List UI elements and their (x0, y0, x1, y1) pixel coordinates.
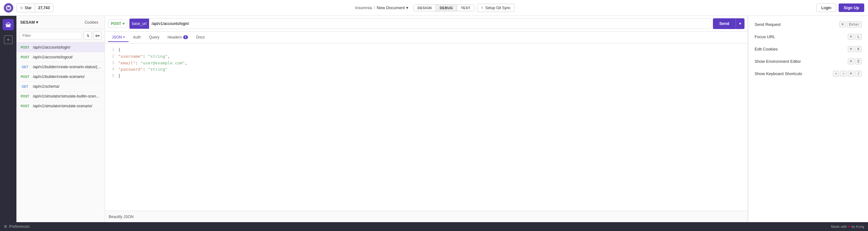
send-button-group: Send ▾ (713, 18, 744, 29)
chevron-down-icon: ▾ (406, 5, 408, 10)
svg-rect-3 (6, 24, 10, 27)
request-path: /api/v1/simulator/simulate-builtin-scena… (33, 94, 101, 98)
method-badge: POST (20, 56, 30, 59)
signup-button[interactable]: Sign Up (839, 3, 864, 12)
preferences-label: Preferences (9, 224, 30, 229)
made-with: Made with ♥ by Kong (831, 225, 864, 229)
list-item[interactable]: POST /api/v1/simulator/simulate-builtin-… (17, 92, 104, 101)
shortcut-keys: ⌘Enter (839, 22, 862, 28)
chevron-down-icon: ▾ (123, 22, 124, 26)
key-badge: K (855, 46, 862, 52)
git-sync-button[interactable]: ⑂ Setup Git Sync (477, 4, 515, 12)
shortcut-label: Focus URL (754, 34, 775, 39)
line-number: 4 (109, 66, 114, 73)
key-badge: Enter (847, 22, 862, 28)
star-btn-label[interactable]: ☆ Star (17, 4, 35, 12)
shortcuts-panel: Send Request ⌘Enter Focus URL ⌘L Edit Co… (748, 16, 868, 222)
method-badge: POST (20, 95, 30, 98)
chevron-down-icon: ▾ (98, 34, 100, 38)
collection-name[interactable]: SESAM ▾ (20, 20, 38, 25)
send-button[interactable]: Send (713, 18, 736, 29)
tab-design[interactable]: DESIGN (414, 5, 436, 11)
request-path: /api/v1/builder/create-scenario-status/{… (33, 65, 101, 69)
logo[interactable] (4, 3, 13, 12)
code-content: { (118, 47, 121, 53)
code-line: 2 "username": "string", (109, 53, 743, 60)
method-badge: POST (20, 75, 30, 78)
chevron-down-icon: ▾ (739, 21, 741, 26)
key-badge: ⌘ (848, 71, 855, 77)
add-request-button[interactable]: ⊕ ▾ (93, 32, 101, 40)
shortcut-keys: ⌘L (848, 34, 862, 40)
method-label: POST (111, 22, 121, 26)
tab-docs[interactable]: Docs (192, 33, 209, 42)
shortcut-row: Show Environment Editor ⌘E (748, 55, 868, 68)
cookies-link[interactable]: Cookies (82, 19, 101, 26)
method-badge: GET (20, 85, 30, 88)
request-path: /api/v1/simulator/simulate-scenario/ (33, 104, 92, 108)
method-badge: POST (20, 104, 30, 108)
gear-icon: ⚙ (4, 224, 7, 229)
sidebar-home-button[interactable] (2, 19, 14, 30)
tab-debug[interactable]: DEBUG (436, 5, 457, 11)
request-path: /api/v1/schema/ (33, 84, 59, 89)
breadcrumb-doc[interactable]: New Document ▾ (377, 5, 408, 10)
shortcut-row: Send Request ⌘Enter (748, 18, 868, 31)
key-badge: ⌘ (848, 58, 855, 64)
login-button[interactable]: Login (816, 3, 836, 12)
tab-query[interactable]: Query (145, 33, 163, 42)
preferences-link[interactable]: ⚙ Preferences (4, 224, 30, 229)
key-badge: / (855, 71, 862, 77)
tab-headers[interactable]: Headers 3 (164, 33, 191, 42)
url-path-input[interactable] (149, 20, 711, 27)
list-item[interactable]: POST /api/v1/accounts/logout/ (17, 53, 104, 62)
breadcrumb-app: Insomnia (355, 5, 372, 10)
shortcut-label: Show Keyboard Shortcuts (754, 71, 802, 76)
code-content: } (118, 73, 121, 79)
shortcut-keys: ↑⇧⌘/ (833, 71, 862, 77)
breadcrumb: Insomnia / New Document ▾ (355, 5, 408, 10)
line-number: 5 (109, 73, 114, 79)
beautify-button[interactable]: Beautify JSON (108, 214, 134, 219)
sidebar-add-button[interactable]: + (4, 35, 12, 44)
request-path: /api/v1/accounts/logout/ (33, 55, 73, 59)
center-nav: Insomnia / New Document ▾ DESIGN DEBUG T… (57, 4, 813, 12)
filter-actions: ⇅ ⊕ ▾ (84, 32, 101, 40)
request-path: /api/v1/builder/create-scenario/ (33, 74, 85, 79)
chevron-down-icon: ▾ (123, 35, 125, 39)
tab-auth[interactable]: Auth (129, 33, 145, 42)
star-icon: ☆ (20, 6, 23, 10)
filter-input[interactable] (20, 32, 82, 39)
base-url-tag[interactable]: base_url (129, 19, 149, 29)
code-editor[interactable]: 1{2 "username": "string",3 "email": "use… (105, 43, 748, 211)
star-button[interactable]: ☆ Star 27,743 (17, 3, 53, 12)
request-path: /api/v1/accounts/login/ (33, 45, 70, 50)
method-select[interactable]: POST ▾ (108, 20, 127, 28)
beautify-bar: Beautify JSON (105, 211, 748, 222)
shortcut-row: Edit Cookies ⌘K (748, 43, 868, 55)
request-list: POST /api/v1/accounts/login/ POST /api/v… (17, 43, 104, 222)
right-nav: Login Sign Up (816, 3, 864, 12)
code-content: "password": "string" (118, 66, 168, 73)
tab-test[interactable]: TEST (457, 5, 474, 11)
heart-icon: ♥ (848, 225, 850, 229)
list-item[interactable]: POST /api/v1/simulator/simulate-scenario… (17, 101, 104, 111)
key-badge: ⇧ (840, 71, 847, 77)
sort-button[interactable]: ⇅ (84, 32, 92, 40)
request-tabs: JSON ▾AuthQueryHeaders 3Docs (105, 32, 748, 43)
send-dropdown-button[interactable]: ▾ (736, 18, 744, 29)
tab-badge: 3 (183, 35, 188, 39)
key-badge: ⌘ (848, 46, 855, 52)
star-text: Star (25, 6, 32, 10)
code-line: 4 "password": "string" (109, 66, 743, 73)
key-badge: ↑ (833, 71, 840, 77)
list-item[interactable]: GET /api/v1/builder/create-scenario-stat… (17, 62, 104, 72)
list-item[interactable]: POST /api/v1/builder/create-scenario/ (17, 72, 104, 82)
chevron-down-icon: ▾ (36, 20, 38, 25)
code-content: "username": "string", (118, 53, 170, 60)
tab-json[interactable]: JSON ▾ (108, 33, 129, 42)
list-item[interactable]: GET /api/v1/schema/ (17, 82, 104, 92)
sidebar: + (0, 16, 17, 222)
shortcut-keys: ⌘K (848, 46, 862, 52)
list-item[interactable]: POST /api/v1/accounts/login/ (17, 43, 104, 53)
